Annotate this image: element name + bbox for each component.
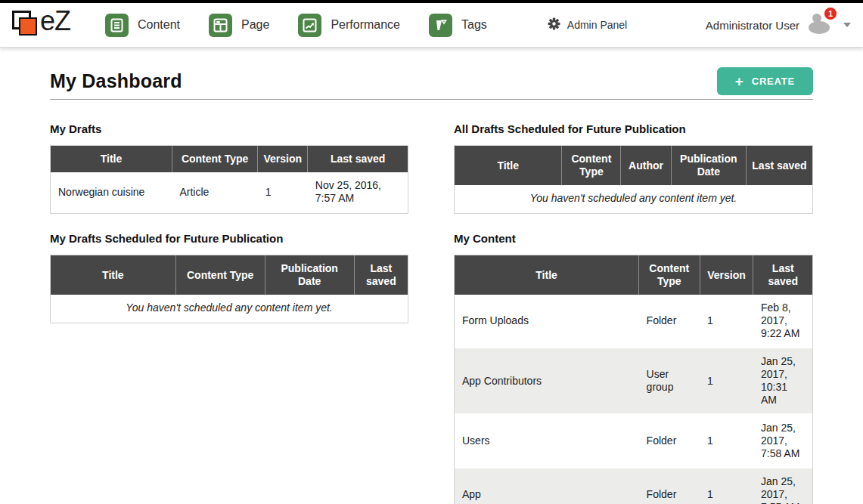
table-header-row: TitleContent TypePublication DateLast sa… [51, 255, 408, 295]
column-header: Publication Date [265, 255, 354, 295]
notification-badge[interactable]: 1 [824, 7, 837, 20]
table-cell: App Contributors [455, 348, 639, 414]
table-cell: 1 [700, 468, 753, 504]
column-header: Content Type [562, 146, 621, 185]
admin-panel-button[interactable]: Admin Panel [548, 17, 627, 33]
table-cell: Nov 25, 2016, 7:57 AM [308, 172, 408, 212]
table-cell: Folder [639, 468, 700, 504]
nav-item-performance[interactable]: Performance [298, 14, 400, 37]
column-header: Last saved [753, 255, 812, 295]
table-cell: 1 [700, 348, 753, 414]
table-cell: Article [172, 172, 257, 212]
table-cell: Folder [639, 295, 700, 348]
table-row[interactable]: Norwegian cuisineArticle1Nov 25, 2016, 7… [51, 172, 408, 212]
column-header: Content Type [175, 255, 265, 295]
nav-item-tags[interactable]: Tags [429, 14, 487, 37]
avatar: 1 [807, 12, 834, 38]
user-name: Administrator User [706, 19, 799, 32]
gear-icon [548, 17, 560, 33]
panel-all-drafts-scheduled: All Drafts Scheduled for Future Publicat… [454, 122, 813, 214]
main-nav: Content Page Performance [105, 14, 487, 37]
column-header: Last saved [354, 255, 408, 295]
nav-label-content: Content [138, 18, 180, 32]
table-cell: Jan 25, 2017, 7:55 AM [753, 468, 812, 504]
column-header: Content Type [639, 255, 700, 295]
column-header: Version [700, 255, 753, 295]
table-cell: 1 [700, 295, 753, 348]
page-icon [209, 14, 232, 37]
nav-label-performance: Performance [331, 18, 400, 32]
table-cell: Users [455, 414, 639, 468]
panel-my-content: My Content TitleContent TypeVersionLast … [454, 232, 813, 504]
column-header: Content Type [172, 146, 257, 172]
ez-logo-orange-square [19, 17, 37, 36]
performance-icon [298, 14, 321, 37]
ez-logo[interactable]: eZ [12, 8, 84, 42]
chevron-down-icon [843, 23, 851, 27]
table-row[interactable]: AppFolder1Jan 25, 2017, 7:55 AM [455, 468, 812, 504]
dashboard-panels: My Drafts TitleContent TypeVersionLast s… [50, 122, 813, 504]
table-cell: Norwegian cuisine [51, 172, 172, 212]
panel-title: My Drafts [50, 122, 408, 135]
nav-item-content[interactable]: Content [105, 14, 180, 37]
header-divider [50, 99, 813, 100]
content-icon [105, 14, 129, 37]
column-header: Last saved [746, 146, 812, 185]
column-header: Title [455, 255, 639, 295]
column-header: Author [621, 146, 671, 185]
panel-my-drafts: My Drafts TitleContent TypeVersionLast s… [50, 122, 408, 214]
column-header: Publication Date [671, 146, 746, 185]
panel-title: My Content [454, 232, 813, 245]
top-navigation-bar: eZ Content Pag [0, 3, 863, 48]
table-cell: App [455, 468, 639, 504]
table-header-row: TitleContent TypeAuthorPublication DateL… [455, 146, 812, 185]
user-menu[interactable]: Administrator User 1 [706, 12, 851, 38]
table-cell: Form Uploads [455, 295, 639, 348]
page-header: My Dashboard + CREATE [50, 67, 813, 95]
my-drafts-scheduled-table: TitleContent TypePublication DateLast sa… [50, 255, 408, 323]
table-cell: Folder [639, 414, 700, 468]
column-header: Version [258, 146, 308, 172]
empty-row: You haven't scheduled any content item y… [455, 185, 812, 212]
tags-icon [429, 14, 452, 37]
my-content-table: TitleContent TypeVersionLast savedForm U… [454, 255, 813, 504]
dashboard-page: My Dashboard + CREATE My Drafts TitleCon… [0, 48, 863, 504]
panel-title: My Drafts Scheduled for Future Publicati… [50, 232, 408, 245]
create-button-label: CREATE [752, 76, 795, 87]
column-header: Title [51, 146, 172, 172]
empty-row: You haven't scheduled any content item y… [51, 295, 408, 322]
column-header: Title [455, 146, 562, 185]
ez-logo-text: eZ [40, 5, 70, 37]
table-cell: 1 [258, 172, 308, 212]
table-header-row: TitleContent TypeVersionLast saved [51, 146, 408, 172]
table-header-row: TitleContent TypeVersionLast saved [455, 255, 812, 295]
page-title: My Dashboard [50, 70, 182, 92]
table-cell: Jan 25, 2017, 10:31 AM [753, 348, 812, 414]
table-row[interactable]: App ContributorsUser group1Jan 25, 2017,… [455, 348, 812, 414]
table-cell: 1 [700, 414, 753, 468]
my-drafts-table: TitleContent TypeVersionLast savedNorweg… [50, 145, 408, 214]
nav-item-page[interactable]: Page [209, 14, 269, 37]
nav-label-tags: Tags [461, 18, 487, 32]
table-cell: Jan 25, 2017, 7:58 AM [753, 414, 812, 468]
create-button[interactable]: + CREATE [717, 67, 813, 95]
column-header: Title [51, 255, 175, 295]
all-drafts-scheduled-table: TitleContent TypeAuthorPublication DateL… [454, 145, 813, 214]
empty-message: You haven't scheduled any content item y… [455, 185, 812, 212]
table-row[interactable]: Form UploadsFolder1Feb 8, 2017, 9:22 AM [455, 295, 812, 348]
nav-label-page: Page [241, 18, 269, 32]
table-cell: User group [639, 348, 700, 414]
panel-my-drafts-scheduled: My Drafts Scheduled for Future Publicati… [50, 232, 408, 323]
panel-title: All Drafts Scheduled for Future Publicat… [454, 122, 813, 135]
table-cell: Feb 8, 2017, 9:22 AM [753, 295, 812, 348]
admin-panel-label: Admin Panel [567, 19, 627, 31]
empty-message: You haven't scheduled any content item y… [51, 295, 408, 322]
table-row[interactable]: UsersFolder1Jan 25, 2017, 7:58 AM [455, 414, 812, 468]
plus-icon: + [735, 76, 744, 86]
column-header: Last saved [308, 146, 408, 172]
